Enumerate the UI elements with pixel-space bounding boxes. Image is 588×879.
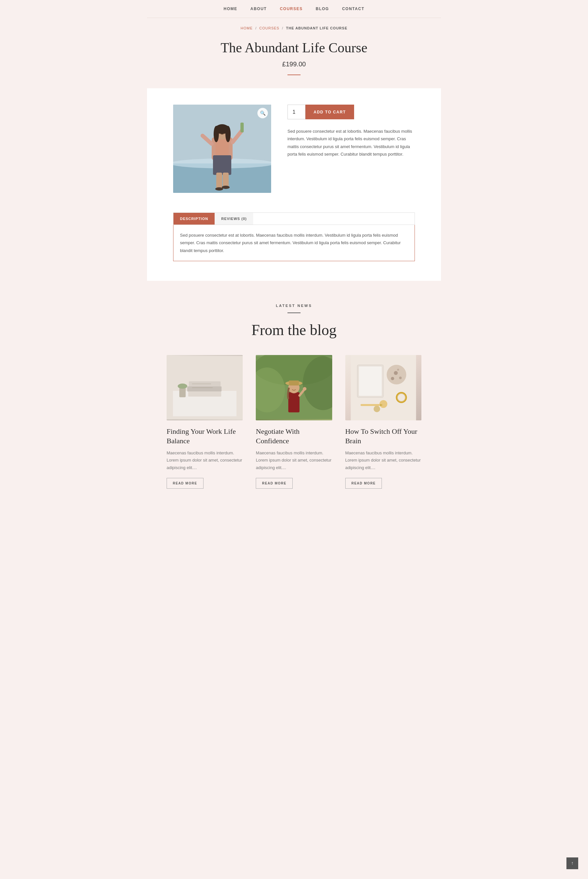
svg-point-40 (394, 371, 398, 375)
add-to-cart-button[interactable]: ADD TO CART (305, 105, 354, 119)
svg-rect-14 (223, 173, 229, 187)
tab-description-text: Sed posuere consectetur est at lobortis.… (180, 231, 408, 254)
nav: HOME ABOUT COURSES BLOG CONTACT (224, 6, 364, 11)
svg-rect-48 (360, 404, 380, 406)
product-detail: 🔍 ADD TO CART Sed posuere consectetur es… (147, 88, 441, 209)
blog-title: From the blog (166, 322, 422, 339)
svg-point-43 (397, 369, 399, 371)
blog-section-label: LATEST NEWS (166, 304, 422, 308)
svg-rect-20 (187, 386, 222, 392)
product-title: The Abundant Life Course (160, 40, 428, 56)
breadcrumb-section: HOME / COURSES / THE ABUNDANT LIFE COURS… (147, 18, 441, 33)
nav-contact[interactable]: CONTACT (342, 6, 364, 11)
blog-section-divider (288, 313, 300, 313)
quantity-input[interactable] (288, 105, 305, 119)
search-icon[interactable]: 🔍 (257, 108, 268, 118)
product-info: ADD TO CART Sed posuere consectetur est … (288, 105, 415, 158)
blog-post-3-excerpt: Maecenas faucibus mollis interdum. Lorem… (345, 449, 422, 471)
svg-rect-5 (213, 155, 231, 175)
product-price: £199.00 (160, 60, 428, 68)
breadcrumb: HOME / COURSES / THE ABUNDANT LIFE COURS… (160, 26, 428, 30)
svg-point-41 (399, 377, 402, 379)
svg-rect-21 (188, 392, 221, 397)
blog-post-3-read-more[interactable]: READ MORE (345, 478, 382, 489)
blog-card-2: Negotiate With Confidence Maecenas fauci… (256, 355, 332, 488)
blog-post-3-title: How To Switch Off Your Brain (345, 427, 422, 446)
add-to-cart-row: ADD TO CART (288, 105, 415, 119)
svg-point-42 (391, 377, 394, 380)
blog-post-1-title: Finding Your Work Life Balance (166, 427, 243, 446)
tabs-header: DESCRIPTION REVIEWS (0) (173, 212, 415, 225)
svg-point-47 (374, 406, 380, 412)
blog-card-3: How To Switch Off Your Brain Maecenas fa… (345, 355, 422, 488)
blog-image-3 (345, 355, 422, 421)
svg-rect-30 (288, 392, 300, 413)
tab-content: Sed posuere consectetur est at lobortis.… (173, 225, 415, 261)
nav-courses[interactable]: COURSES (280, 6, 303, 11)
product-header: The Abundant Life Course £199.00 (147, 33, 441, 88)
svg-point-15 (215, 187, 223, 191)
product-image-wrap: 🔍 (173, 105, 271, 193)
blog-card-1: Finding Your Work Life Balance Maecenas … (166, 355, 243, 488)
blog-post-2-excerpt: Maecenas faucibus mollis interdum. Lorem… (256, 449, 332, 471)
blog-grid: Finding Your Work Life Balance Maecenas … (166, 355, 422, 488)
tab-description[interactable]: DESCRIPTION (174, 213, 214, 225)
svg-rect-33 (289, 380, 299, 385)
svg-point-16 (222, 186, 230, 189)
blog-post-2-read-more[interactable]: READ MORE (256, 478, 293, 489)
blog-section: LATEST NEWS From the blog (147, 281, 441, 508)
price-divider (288, 75, 300, 75)
blog-post-1-excerpt: Maecenas faucibus mollis interdum. Lorem… (166, 449, 243, 471)
nav-home[interactable]: HOME (224, 6, 237, 11)
svg-rect-13 (216, 173, 222, 189)
breadcrumb-courses[interactable]: COURSES (260, 26, 279, 30)
header: HOME ABOUT COURSES BLOG CONTACT (147, 0, 441, 18)
tab-reviews[interactable]: REVIEWS (0) (214, 213, 253, 225)
svg-point-23 (178, 384, 187, 389)
blog-post-1-read-more[interactable]: READ MORE (166, 478, 204, 489)
svg-rect-12 (240, 123, 244, 132)
svg-point-35 (303, 387, 306, 391)
nav-about[interactable]: ABOUT (250, 6, 267, 11)
breadcrumb-current: THE ABUNDANT LIFE COURSE (286, 26, 347, 30)
svg-point-9 (225, 126, 231, 142)
svg-rect-38 (358, 367, 381, 396)
svg-point-8 (214, 126, 219, 142)
nav-blog[interactable]: BLOG (316, 6, 329, 11)
product-image: 🔍 (173, 105, 271, 193)
blog-post-2-title: Negotiate With Confidence (256, 427, 332, 446)
blog-image-2 (256, 355, 332, 421)
tabs-section: DESCRIPTION REVIEWS (0) Sed posuere cons… (147, 209, 441, 281)
product-description: Sed posuere consectetur est at lobortis.… (288, 128, 415, 158)
svg-point-46 (379, 400, 387, 408)
breadcrumb-home[interactable]: HOME (241, 26, 253, 30)
blog-image-1 (166, 355, 243, 421)
